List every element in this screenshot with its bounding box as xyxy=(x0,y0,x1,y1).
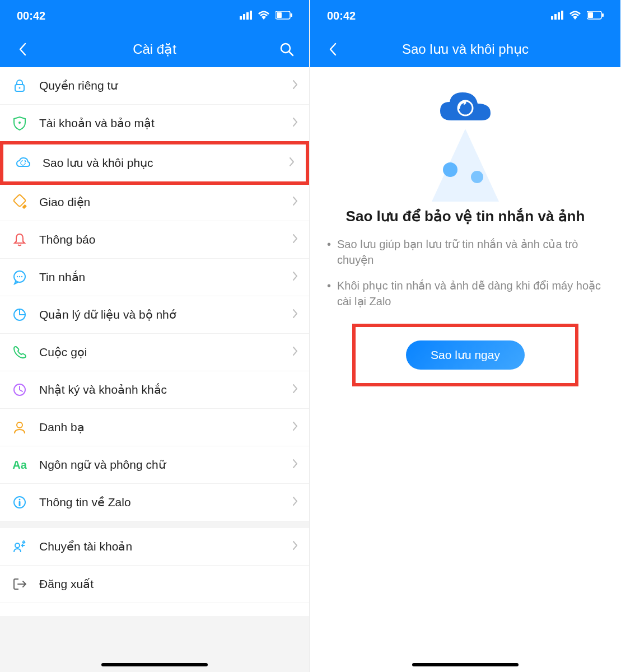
settings-item-aa[interactable]: AaNgôn ngữ và phông chữ xyxy=(0,446,309,484)
call-icon xyxy=(11,344,28,361)
item-label: Sao lưu và khôi phục xyxy=(43,156,289,170)
wifi-icon xyxy=(569,10,581,22)
chevron-right-icon xyxy=(292,309,298,321)
settings-item-pie[interactable]: Quản lý dữ liệu và bộ nhớ xyxy=(0,296,309,334)
svg-rect-5 xyxy=(277,12,282,18)
section-gap xyxy=(0,521,309,528)
settings-item-switch[interactable]: Chuyển tài khoản xyxy=(0,528,309,566)
svg-point-16 xyxy=(19,276,20,277)
svg-rect-31 xyxy=(602,13,604,17)
signal-icon xyxy=(551,10,563,22)
status-time: 00:42 xyxy=(327,10,356,22)
back-button[interactable] xyxy=(11,38,34,60)
signal-icon xyxy=(240,10,252,22)
svg-line-8 xyxy=(289,52,293,55)
clock-icon xyxy=(11,381,28,398)
chat-icon xyxy=(11,269,28,286)
wifi-icon xyxy=(258,10,270,22)
nav-bar: Sao lưu và khôi phục xyxy=(310,31,620,67)
settings-item-clock[interactable]: Nhật ký và khoảnh khắc xyxy=(0,371,309,409)
svg-point-24 xyxy=(15,543,20,548)
search-button[interactable] xyxy=(276,38,298,60)
item-label: Nhật ký và khoảnh khắc xyxy=(39,383,292,396)
item-label: Tài khoản và bảo mật xyxy=(39,116,292,130)
settings-screen: 00:42 Cài đặt Quyền riêng tưTài khoản và… xyxy=(0,0,310,672)
svg-rect-13 xyxy=(22,204,26,209)
settings-item-cloud[interactable]: Sao lưu và khôi phục xyxy=(0,141,309,185)
aa-icon: Aa xyxy=(11,456,28,473)
item-label: Chuyển tài khoản xyxy=(39,540,292,553)
chevron-right-icon xyxy=(292,459,298,471)
backup-now-button[interactable]: Sao lưu ngay xyxy=(406,340,525,370)
svg-rect-26 xyxy=(554,14,557,20)
chevron-right-icon xyxy=(292,540,298,553)
switch-icon xyxy=(11,538,28,555)
svg-rect-28 xyxy=(561,11,563,20)
svg-rect-0 xyxy=(240,16,242,20)
chevron-right-icon xyxy=(292,384,298,396)
svg-point-11 xyxy=(18,122,21,124)
chevron-right-icon xyxy=(292,234,298,246)
cloud-icon xyxy=(437,90,493,131)
brush-icon xyxy=(11,194,28,211)
nav-bar: Cài đặt xyxy=(0,31,309,67)
svg-point-22 xyxy=(19,499,21,501)
battery-icon xyxy=(276,10,292,22)
settings-item-logout[interactable]: Đăng xuất xyxy=(0,566,309,603)
settings-item-brush[interactable]: Giao diện xyxy=(0,184,309,221)
settings-list: Quyền riêng tưTài khoản và bảo mậtSao lư… xyxy=(0,67,309,616)
item-label: Ngôn ngữ và phông chữ xyxy=(39,458,292,472)
svg-rect-23 xyxy=(19,501,21,506)
settings-item-lock[interactable]: Quyền riêng tư xyxy=(0,67,309,105)
shield-icon xyxy=(11,115,28,132)
svg-rect-6 xyxy=(291,13,292,17)
settings-item-shield[interactable]: Tài khoản và bảo mật xyxy=(0,105,309,142)
svg-rect-12 xyxy=(13,194,26,207)
status-bar: 00:42 xyxy=(310,0,620,31)
contact-icon xyxy=(11,419,28,436)
bell-icon xyxy=(11,231,28,248)
backup-bullet-2: Khôi phục tin nhắn và ảnh dễ dàng khi đổ… xyxy=(310,278,620,309)
chevron-right-icon xyxy=(292,421,298,433)
lock-icon xyxy=(11,77,28,94)
status-bar: 00:42 xyxy=(0,0,309,31)
status-time: 00:42 xyxy=(17,10,45,22)
svg-rect-25 xyxy=(551,16,553,20)
svg-rect-30 xyxy=(588,12,593,18)
status-icons xyxy=(551,10,604,22)
backup-heading: Sao lưu để bảo vệ tin nhắn và ảnh xyxy=(346,207,585,226)
backup-illustration xyxy=(404,84,527,196)
svg-point-20 xyxy=(17,422,22,428)
info-icon xyxy=(11,494,28,511)
svg-rect-1 xyxy=(243,14,245,20)
pie-icon xyxy=(11,306,28,323)
backup-content: Sao lưu để bảo vệ tin nhắn và ảnh Sao lư… xyxy=(310,67,620,672)
svg-rect-2 xyxy=(246,12,249,20)
cta-highlight: Sao lưu ngay xyxy=(352,324,578,386)
item-label: Cuộc gọi xyxy=(39,346,292,359)
logout-icon xyxy=(11,576,28,592)
settings-item-chat[interactable]: Tin nhắn xyxy=(0,259,309,296)
item-label: Danh bạ xyxy=(39,421,292,434)
item-label: Đăng xuất xyxy=(39,577,298,591)
svg-point-10 xyxy=(19,87,21,89)
item-label: Giao diện xyxy=(39,195,292,209)
chevron-right-icon xyxy=(292,80,298,92)
svg-rect-3 xyxy=(250,11,252,20)
item-label: Quản lý dữ liệu và bộ nhớ xyxy=(39,308,292,321)
home-indicator[interactable] xyxy=(101,663,208,666)
chevron-right-icon xyxy=(292,271,298,283)
home-indicator[interactable] xyxy=(412,663,519,666)
backup-bullet-1: Sao lưu giúp bạn lưu trữ tin nhắn và ảnh… xyxy=(310,236,620,268)
settings-item-bell[interactable]: Thông báo xyxy=(0,221,309,259)
cloud-icon xyxy=(15,155,31,171)
back-button[interactable] xyxy=(321,38,344,60)
page-title: Sao lưu và khôi phục xyxy=(310,41,620,57)
settings-item-info[interactable]: Thông tin về Zalo xyxy=(0,484,309,521)
settings-item-contact[interactable]: Danh bạ xyxy=(0,409,309,446)
svg-point-17 xyxy=(21,276,22,277)
svg-point-15 xyxy=(17,276,18,277)
settings-item-call[interactable]: Cuộc gọi xyxy=(0,334,309,371)
item-label: Thông báo xyxy=(39,233,292,246)
item-label: Thông tin về Zalo xyxy=(39,496,292,509)
